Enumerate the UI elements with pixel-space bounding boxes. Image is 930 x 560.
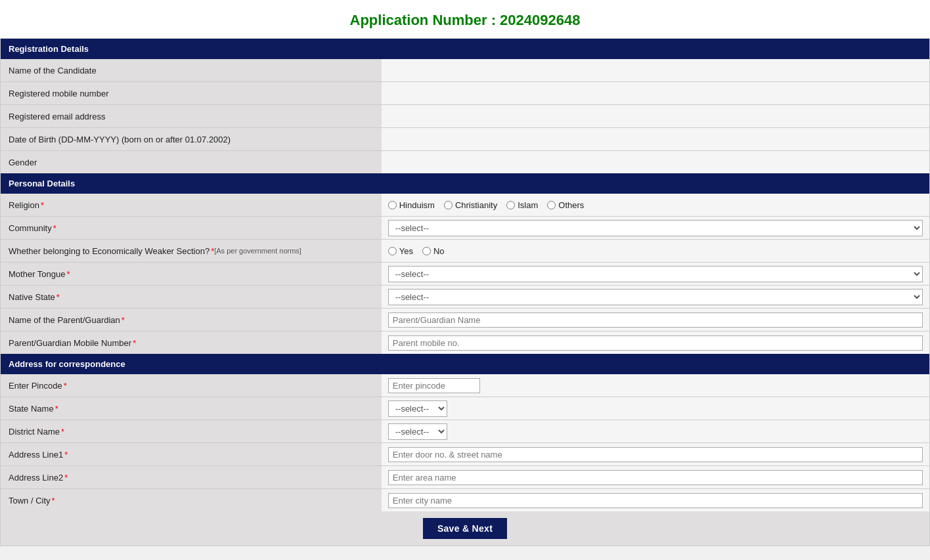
address-line1-input[interactable]	[388, 447, 923, 462]
value-town-city	[382, 489, 929, 511]
radio-label-no: No	[433, 246, 445, 256]
label-address-line2: Address Line2*	[1, 466, 382, 488]
value-email	[382, 105, 929, 127]
value-pincode	[382, 374, 929, 397]
label-address-line1: Address Line1*	[1, 443, 382, 465]
value-gender	[382, 151, 929, 173]
value-ews: Yes No	[382, 240, 929, 262]
radio-others[interactable]: Others	[547, 200, 584, 210]
radio-input-christianity[interactable]	[444, 201, 453, 209]
label-district-name: District Name*	[1, 420, 382, 442]
row-guardian-mobile: Parent/Guardian Mobile Number*	[1, 332, 929, 354]
value-mobile	[382, 82, 929, 104]
label-gender: Gender	[1, 151, 382, 173]
label-email: Registered email address	[1, 105, 382, 127]
radio-islam[interactable]: Islam	[506, 200, 538, 210]
label-mobile: Registered mobile number	[1, 82, 382, 104]
mother-tongue-select[interactable]: --select--	[388, 266, 923, 282]
value-religion: Hinduism Christianity Islam Others	[382, 194, 929, 216]
value-candidate-name	[382, 59, 929, 81]
row-mobile: Registered mobile number	[1, 82, 929, 105]
pincode-input[interactable]	[388, 378, 480, 393]
city-input[interactable]	[388, 493, 923, 508]
radio-label-yes: Yes	[399, 246, 413, 256]
value-address-line1	[382, 443, 929, 465]
value-state-name: --select--	[382, 397, 929, 420]
value-mother-tongue: --select--	[382, 263, 929, 285]
row-district-name: District Name* --select--	[1, 420, 929, 443]
row-email: Registered email address	[1, 105, 929, 128]
section-header-registration: Registration Details	[1, 39, 929, 59]
radio-hinduism[interactable]: Hinduism	[388, 200, 435, 210]
label-guardian-name: Name of the Parent/Guardian*	[1, 309, 382, 331]
radio-no[interactable]: No	[422, 246, 445, 256]
section-header-personal: Personal Details	[1, 173, 929, 194]
value-community: --select--	[382, 217, 929, 239]
section-registration: Registration Details Name of the Candida…	[1, 39, 929, 173]
row-community: Community* --select--	[1, 217, 929, 240]
page-title: Application Number : 2024092648	[0, 0, 930, 38]
label-guardian-mobile: Parent/Guardian Mobile Number*	[1, 332, 382, 354]
radio-label-christianity: Christianity	[455, 200, 497, 210]
row-gender: Gender	[1, 151, 929, 173]
value-native-state: --select--	[382, 286, 929, 308]
label-pincode: Enter Pincode*	[1, 374, 382, 397]
address-line2-input[interactable]	[388, 470, 923, 485]
row-pincode: Enter Pincode*	[1, 374, 929, 397]
form-container: Registration Details Name of the Candida…	[0, 38, 930, 546]
radio-label-islam: Islam	[518, 200, 538, 210]
row-state-name: State Name* --select--	[1, 397, 929, 420]
section-header-address: Address for correspondence	[1, 354, 929, 374]
label-state-name: State Name*	[1, 397, 382, 420]
radio-christianity[interactable]: Christianity	[444, 200, 497, 210]
radio-yes[interactable]: Yes	[388, 246, 413, 256]
guardian-mobile-input[interactable]	[388, 335, 923, 351]
radio-input-yes[interactable]	[388, 247, 397, 255]
religion-radio-group: Hinduism Christianity Islam Others	[388, 200, 585, 210]
row-guardian-name: Name of the Parent/Guardian*	[1, 309, 929, 332]
row-dob: Date of Birth (DD-MM-YYYY) (born on or a…	[1, 128, 929, 151]
value-district-name: --select--	[382, 420, 929, 442]
label-mother-tongue: Mother Tongue*	[1, 263, 382, 285]
community-select[interactable]: --select--	[388, 220, 923, 236]
label-ews: Whether belonging to Economically Weaker…	[1, 240, 382, 262]
value-guardian-name	[382, 309, 929, 331]
radio-label-hinduism: Hinduism	[399, 200, 435, 210]
value-address-line2	[382, 466, 929, 488]
label-native-state: Native State*	[1, 286, 382, 308]
radio-input-no[interactable]	[422, 247, 431, 255]
row-ews: Whether belonging to Economically Weaker…	[1, 240, 929, 263]
value-guardian-mobile	[382, 332, 929, 354]
row-mother-tongue: Mother Tongue* --select--	[1, 263, 929, 286]
label-candidate-name: Name of the Candidate	[1, 59, 382, 81]
row-town-city: Town / City*	[1, 489, 929, 511]
row-candidate-name: Name of the Candidate	[1, 59, 929, 82]
label-dob: Date of Birth (DD-MM-YYYY) (born on or a…	[1, 128, 382, 150]
radio-label-others: Others	[558, 200, 584, 210]
row-religion: Religion* Hinduism Christianity Islam	[1, 194, 929, 217]
native-state-select[interactable]: --select--	[388, 289, 923, 305]
state-select[interactable]: --select--	[388, 400, 447, 417]
radio-input-others[interactable]	[547, 201, 556, 209]
radio-input-hinduism[interactable]	[388, 201, 397, 209]
section-personal: Personal Details Religion* Hinduism Chri…	[1, 173, 929, 354]
save-next-button[interactable]: Save & Next	[423, 518, 507, 539]
label-religion: Religion*	[1, 194, 382, 216]
row-address-line2: Address Line2*	[1, 466, 929, 489]
radio-input-islam[interactable]	[506, 201, 515, 209]
district-select[interactable]: --select--	[388, 423, 447, 440]
section-address: Address for correspondence Enter Pincode…	[1, 354, 929, 511]
row-native-state: Native State* --select--	[1, 286, 929, 309]
row-address-line1: Address Line1*	[1, 443, 929, 466]
save-next-row: Save & Next	[1, 511, 929, 546]
ews-radio-group: Yes No	[388, 246, 445, 256]
value-dob	[382, 128, 929, 150]
label-town-city: Town / City*	[1, 489, 382, 511]
guardian-name-input[interactable]	[388, 312, 923, 328]
label-community: Community*	[1, 217, 382, 239]
